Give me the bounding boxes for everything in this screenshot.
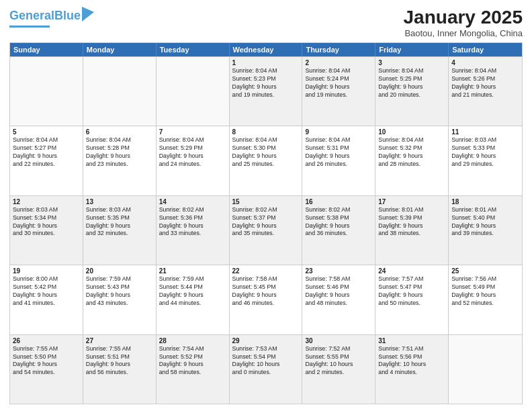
day-number: 7 bbox=[159, 128, 226, 136]
calendar-cell: 2Sunrise: 8:04 AM Sunset: 5:24 PM Daylig… bbox=[302, 57, 375, 126]
day-number: 3 bbox=[378, 59, 445, 66]
logo: GeneralBlue bbox=[9, 7, 94, 28]
day-info: Sunrise: 8:02 AM Sunset: 5:38 PM Dayligh… bbox=[305, 206, 372, 238]
day-info: Sunrise: 8:00 AM Sunset: 5:42 PM Dayligh… bbox=[13, 275, 80, 308]
calendar: SundayMondayTuesdayWednesdayThursdayFrid… bbox=[9, 42, 523, 404]
day-number: 8 bbox=[232, 128, 300, 136]
day-info: Sunrise: 7:54 AM Sunset: 5:52 PM Dayligh… bbox=[159, 345, 226, 377]
calendar-cell: 30Sunrise: 7:52 AM Sunset: 5:55 PM Dayli… bbox=[302, 335, 375, 404]
day-info: Sunrise: 7:57 AM Sunset: 5:47 PM Dayligh… bbox=[378, 275, 445, 308]
main-title: January 2025 bbox=[404, 7, 523, 28]
calendar-cell: 8Sunrise: 8:04 AM Sunset: 5:30 PM Daylig… bbox=[230, 126, 303, 195]
day-number: 14 bbox=[159, 198, 226, 205]
day-number: 31 bbox=[378, 337, 445, 345]
day-info: Sunrise: 8:04 AM Sunset: 5:29 PM Dayligh… bbox=[159, 136, 226, 169]
calendar-cell: 6Sunrise: 8:04 AM Sunset: 5:28 PM Daylig… bbox=[83, 126, 157, 195]
calendar-cell: 22Sunrise: 7:58 AM Sunset: 5:45 PM Dayli… bbox=[230, 265, 303, 334]
title-block: January 2025 Baotou, Inner Mongolia, Chi… bbox=[404, 7, 523, 38]
day-info: Sunrise: 7:58 AM Sunset: 5:46 PM Dayligh… bbox=[305, 275, 372, 308]
day-info: Sunrise: 8:04 AM Sunset: 5:31 PM Dayligh… bbox=[305, 136, 372, 169]
day-info: Sunrise: 8:04 AM Sunset: 5:24 PM Dayligh… bbox=[305, 67, 372, 99]
calendar-cell: 26Sunrise: 7:55 AM Sunset: 5:50 PM Dayli… bbox=[10, 335, 83, 404]
day-number: 18 bbox=[451, 198, 519, 205]
calendar-cell bbox=[157, 57, 230, 126]
day-info: Sunrise: 7:56 AM Sunset: 5:49 PM Dayligh… bbox=[451, 275, 519, 308]
calendar-cell: 3Sunrise: 8:04 AM Sunset: 5:25 PM Daylig… bbox=[375, 57, 449, 126]
calendar-cell: 21Sunrise: 7:59 AM Sunset: 5:44 PM Dayli… bbox=[157, 265, 230, 334]
day-number: 22 bbox=[232, 267, 300, 275]
day-number: 26 bbox=[13, 337, 80, 345]
calendar-cell: 12Sunrise: 8:03 AM Sunset: 5:34 PM Dayli… bbox=[10, 196, 83, 265]
calendar-cell: 24Sunrise: 7:57 AM Sunset: 5:47 PM Dayli… bbox=[375, 265, 449, 334]
calendar-cell: 20Sunrise: 7:59 AM Sunset: 5:43 PM Dayli… bbox=[83, 265, 157, 334]
day-info: Sunrise: 7:55 AM Sunset: 5:51 PM Dayligh… bbox=[86, 345, 153, 377]
day-number: 12 bbox=[13, 198, 80, 205]
calendar-week: 19Sunrise: 8:00 AM Sunset: 5:42 PM Dayli… bbox=[10, 265, 522, 334]
day-info: Sunrise: 7:58 AM Sunset: 5:45 PM Dayligh… bbox=[232, 275, 300, 308]
calendar-body: 1Sunrise: 8:04 AM Sunset: 5:23 PM Daylig… bbox=[10, 56, 522, 404]
day-info: Sunrise: 8:02 AM Sunset: 5:36 PM Dayligh… bbox=[159, 206, 226, 238]
calendar-cell: 11Sunrise: 8:03 AM Sunset: 5:33 PM Dayli… bbox=[449, 126, 522, 195]
weekday-header: Wednesday bbox=[230, 43, 303, 56]
day-number: 9 bbox=[305, 128, 372, 136]
calendar-cell: 9Sunrise: 8:04 AM Sunset: 5:31 PM Daylig… bbox=[302, 126, 375, 195]
calendar-cell: 10Sunrise: 8:04 AM Sunset: 5:32 PM Dayli… bbox=[375, 126, 449, 195]
day-number: 5 bbox=[13, 128, 80, 136]
calendar-cell: 27Sunrise: 7:55 AM Sunset: 5:51 PM Dayli… bbox=[83, 335, 157, 404]
calendar-cell: 29Sunrise: 7:53 AM Sunset: 5:54 PM Dayli… bbox=[230, 335, 303, 404]
weekday-header: Monday bbox=[83, 43, 157, 56]
day-number: 16 bbox=[305, 198, 372, 205]
day-info: Sunrise: 8:04 AM Sunset: 5:27 PM Dayligh… bbox=[13, 136, 80, 169]
subtitle: Baotou, Inner Mongolia, China bbox=[404, 28, 523, 38]
day-number: 29 bbox=[232, 337, 300, 345]
calendar-cell: 7Sunrise: 8:04 AM Sunset: 5:29 PM Daylig… bbox=[157, 126, 230, 195]
day-number: 24 bbox=[378, 267, 445, 275]
day-info: Sunrise: 7:59 AM Sunset: 5:43 PM Dayligh… bbox=[86, 275, 153, 308]
day-number: 4 bbox=[451, 59, 519, 66]
weekday-header: Tuesday bbox=[157, 43, 230, 56]
calendar-cell: 18Sunrise: 8:01 AM Sunset: 5:40 PM Dayli… bbox=[449, 196, 522, 265]
logo-general: General bbox=[9, 9, 54, 22]
day-info: Sunrise: 8:03 AM Sunset: 5:33 PM Dayligh… bbox=[451, 136, 519, 169]
calendar-week: 12Sunrise: 8:03 AM Sunset: 5:34 PM Dayli… bbox=[10, 195, 522, 265]
calendar-cell: 31Sunrise: 7:51 AM Sunset: 5:56 PM Dayli… bbox=[375, 335, 449, 404]
calendar-cell: 17Sunrise: 8:01 AM Sunset: 5:39 PM Dayli… bbox=[375, 196, 449, 265]
day-number: 13 bbox=[86, 198, 153, 205]
calendar-cell: 25Sunrise: 7:56 AM Sunset: 5:49 PM Dayli… bbox=[449, 265, 522, 334]
day-number: 21 bbox=[159, 267, 226, 275]
day-info: Sunrise: 8:03 AM Sunset: 5:35 PM Dayligh… bbox=[86, 206, 153, 238]
day-number: 15 bbox=[232, 198, 300, 205]
day-number: 2 bbox=[305, 59, 372, 66]
day-info: Sunrise: 8:04 AM Sunset: 5:23 PM Dayligh… bbox=[232, 67, 300, 99]
day-info: Sunrise: 7:59 AM Sunset: 5:44 PM Dayligh… bbox=[159, 275, 226, 308]
calendar-week: 26Sunrise: 7:55 AM Sunset: 5:50 PM Dayli… bbox=[10, 334, 522, 404]
weekday-header: Sunday bbox=[10, 43, 83, 56]
calendar-header: SundayMondayTuesdayWednesdayThursdayFrid… bbox=[10, 43, 522, 56]
day-number: 27 bbox=[86, 337, 153, 345]
day-info: Sunrise: 8:01 AM Sunset: 5:39 PM Dayligh… bbox=[378, 206, 445, 238]
day-number: 1 bbox=[232, 59, 300, 66]
calendar-cell bbox=[449, 335, 522, 404]
logo-icon bbox=[82, 7, 94, 24]
calendar-cell bbox=[10, 57, 83, 126]
day-number: 11 bbox=[451, 128, 519, 136]
calendar-cell: 5Sunrise: 8:04 AM Sunset: 5:27 PM Daylig… bbox=[10, 126, 83, 195]
weekday-header: Thursday bbox=[302, 43, 375, 56]
day-number: 6 bbox=[86, 128, 153, 136]
calendar-cell: 14Sunrise: 8:02 AM Sunset: 5:36 PM Dayli… bbox=[157, 196, 230, 265]
weekday-header: Saturday bbox=[449, 43, 522, 56]
calendar-cell: 15Sunrise: 8:02 AM Sunset: 5:37 PM Dayli… bbox=[230, 196, 303, 265]
calendar-cell: 4Sunrise: 8:04 AM Sunset: 5:26 PM Daylig… bbox=[449, 57, 522, 126]
calendar-cell: 1Sunrise: 8:04 AM Sunset: 5:23 PM Daylig… bbox=[230, 57, 303, 126]
logo-text: GeneralBlue bbox=[9, 9, 81, 21]
day-number: 17 bbox=[378, 198, 445, 205]
day-info: Sunrise: 8:04 AM Sunset: 5:28 PM Dayligh… bbox=[86, 136, 153, 169]
header: GeneralBlue January 2025 Baotou, Inner M… bbox=[9, 7, 523, 38]
day-info: Sunrise: 7:55 AM Sunset: 5:50 PM Dayligh… bbox=[13, 345, 80, 377]
day-info: Sunrise: 8:01 AM Sunset: 5:40 PM Dayligh… bbox=[451, 206, 519, 238]
day-number: 19 bbox=[13, 267, 80, 275]
logo-blue: Blue bbox=[54, 9, 81, 22]
day-number: 23 bbox=[305, 267, 372, 275]
calendar-cell: 19Sunrise: 8:00 AM Sunset: 5:42 PM Dayli… bbox=[10, 265, 83, 334]
calendar-cell bbox=[83, 57, 157, 126]
